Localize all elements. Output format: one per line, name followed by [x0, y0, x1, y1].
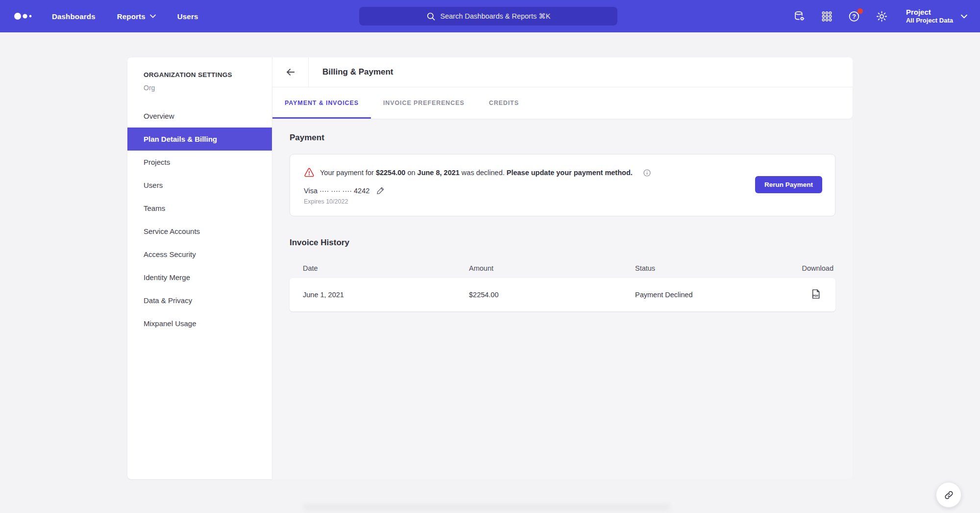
chevron-down-icon — [961, 14, 967, 19]
declined-date: June 8, 2021 — [417, 169, 460, 177]
sidebar-menu: Overview Plan Details & Billing Projects… — [127, 104, 272, 335]
sidebar-item-plan-details-billing[interactable]: Plan Details & Billing — [127, 128, 272, 151]
sidebar-item-label: Access Security — [144, 250, 196, 258]
help-notification-dot — [858, 8, 863, 14]
declined-amount: $2254.00 — [376, 169, 405, 177]
sidebar-item-overview[interactable]: Overview — [127, 104, 272, 128]
sidebar-item-data-privacy[interactable]: Data & Privacy — [127, 289, 272, 312]
settings-button[interactable] — [876, 10, 888, 23]
column-header-amount: Amount — [469, 264, 635, 272]
nav-right-controls: ? Project All Project Data — [793, 0, 967, 32]
rerun-payment-button[interactable]: Rerun Payment — [755, 176, 822, 193]
project-value: All Project Data — [906, 17, 953, 25]
content-header: Billing & Payment — [272, 57, 853, 87]
main-panel: ORGANIZATION SETTINGS Org Overview Plan … — [127, 57, 853, 479]
sidebar-item-label: Identity Merge — [144, 273, 190, 282]
invoice-history-table: Date Amount Status Download June 1, 2021… — [290, 258, 835, 311]
search-placeholder: Search Dashboards & Reports ⌘K — [441, 12, 551, 20]
data-management-icon — [793, 10, 806, 23]
sidebar-item-teams[interactable]: Teams — [127, 197, 272, 220]
sidebar-item-users[interactable]: Users — [127, 174, 272, 197]
sidebar-item-service-accounts[interactable]: Service Accounts — [127, 220, 272, 243]
edit-card-button[interactable] — [376, 186, 385, 195]
pencil-icon — [376, 186, 385, 195]
search-input[interactable]: Search Dashboards & Reports ⌘K — [359, 7, 617, 26]
pdf-document-icon: PDF — [809, 288, 821, 300]
copy-link-button[interactable] — [936, 482, 961, 508]
column-header-date: Date — [303, 264, 469, 272]
svg-text:PDF: PDF — [813, 294, 819, 297]
apps-grid-button[interactable] — [821, 10, 833, 23]
warning-triangle-icon — [304, 167, 315, 178]
top-navigation-bar: Dashboards Reports Users Search Dashboar… — [0, 0, 980, 32]
nav-item-label: Dashboards — [52, 12, 96, 21]
invoice-amount: $2254.00 — [469, 291, 635, 299]
arrow-left-icon — [285, 67, 296, 77]
invoice-history-heading: Invoice History — [290, 238, 835, 248]
sidebar-item-label: Data & Privacy — [144, 296, 192, 305]
invoice-date: June 1, 2021 — [303, 291, 469, 299]
search-icon — [426, 12, 436, 21]
column-header-status: Status — [635, 264, 797, 272]
tab-payment-invoices[interactable]: PAYMENT & INVOICES — [272, 87, 371, 119]
bottom-scroll-shadow — [303, 504, 670, 513]
update-payment-prompt: Please update your payment method. — [507, 169, 633, 177]
nav-item-label: Users — [177, 12, 198, 21]
column-header-download: Download — [797, 264, 833, 272]
svg-text:?: ? — [853, 13, 857, 20]
card-expiration: Expires 10/2022 — [304, 198, 821, 205]
download-pdf-button[interactable]: PDF — [809, 288, 821, 300]
credit-card-number: Visa ···· ···· ···· 4242 — [304, 187, 369, 195]
sidebar-item-projects[interactable]: Projects — [127, 151, 272, 174]
sidebar-item-label: Users — [144, 181, 163, 189]
payment-declined-card: Your payment for $2254.00 on June 8, 202… — [290, 154, 835, 216]
invoice-status: Payment Declined — [635, 291, 797, 299]
payment-heading: Payment — [290, 133, 835, 143]
tab-label: PAYMENT & INVOICES — [285, 100, 359, 106]
nav-items: Dashboards Reports Users — [52, 12, 198, 21]
page-title: Billing & Payment — [309, 57, 393, 87]
link-chain-icon — [944, 490, 954, 500]
billing-content: Billing & Payment PAYMENT & INVOICES INV… — [272, 57, 853, 479]
sidebar-item-label: Service Accounts — [144, 227, 200, 235]
sidebar-item-access-security[interactable]: Access Security — [127, 243, 272, 266]
project-switcher[interactable]: Project All Project Data — [906, 8, 967, 25]
nav-item-dashboards[interactable]: Dashboards — [52, 12, 96, 21]
info-button[interactable] — [643, 169, 651, 177]
organization-settings-sidebar: ORGANIZATION SETTINGS Org Overview Plan … — [127, 57, 272, 479]
organization-name: Org — [127, 84, 272, 92]
tab-label: CREDITS — [489, 100, 519, 106]
payment-declined-text: Your payment for $2254.00 on June 8, 202… — [320, 169, 633, 177]
help-button[interactable]: ? — [848, 10, 861, 23]
tab-credits[interactable]: CREDITS — [477, 87, 531, 119]
invoice-table-header: Date Amount Status Download — [290, 258, 835, 278]
nav-item-reports[interactable]: Reports — [117, 12, 156, 21]
tab-label: INVOICE PREFERENCES — [383, 100, 465, 106]
sidebar-item-mixpanel-usage[interactable]: Mixpanel Usage — [127, 312, 272, 335]
project-label: Project — [906, 8, 953, 17]
sidebar-item-label: Mixpanel Usage — [144, 319, 196, 328]
info-circle-icon — [643, 169, 651, 177]
sidebar-item-label: Plan Details & Billing — [144, 135, 217, 143]
sidebar-item-label: Teams — [144, 204, 165, 212]
sidebar-item-identity-merge[interactable]: Identity Merge — [127, 266, 272, 289]
tab-invoice-preferences[interactable]: INVOICE PREFERENCES — [371, 87, 477, 119]
billing-tabs: PAYMENT & INVOICES INVOICE PREFERENCES C… — [272, 87, 853, 119]
apps-grid-icon — [821, 11, 833, 22]
payment-declined-message: Your payment for $2254.00 on June 8, 202… — [304, 167, 821, 178]
nav-item-label: Reports — [117, 12, 146, 21]
chevron-down-icon — [150, 14, 156, 18]
payment-section: Payment Your payment for $2254.00 on Jun… — [272, 119, 853, 311]
data-management-button[interactable] — [793, 10, 806, 23]
credit-card-row: Visa ···· ···· ···· 4242 — [304, 186, 821, 195]
mixpanel-logo-icon — [14, 12, 35, 21]
sidebar-section-title: ORGANIZATION SETTINGS — [127, 71, 272, 78]
invoice-table-row: June 1, 2021 $2254.00 Payment Declined P… — [290, 278, 835, 311]
sidebar-item-label: Overview — [144, 112, 174, 120]
nav-item-users[interactable]: Users — [177, 12, 198, 21]
settings-gear-icon — [876, 10, 888, 23]
back-button[interactable] — [272, 57, 309, 87]
mixpanel-logo[interactable] — [14, 11, 35, 21]
sidebar-item-label: Projects — [144, 158, 170, 166]
